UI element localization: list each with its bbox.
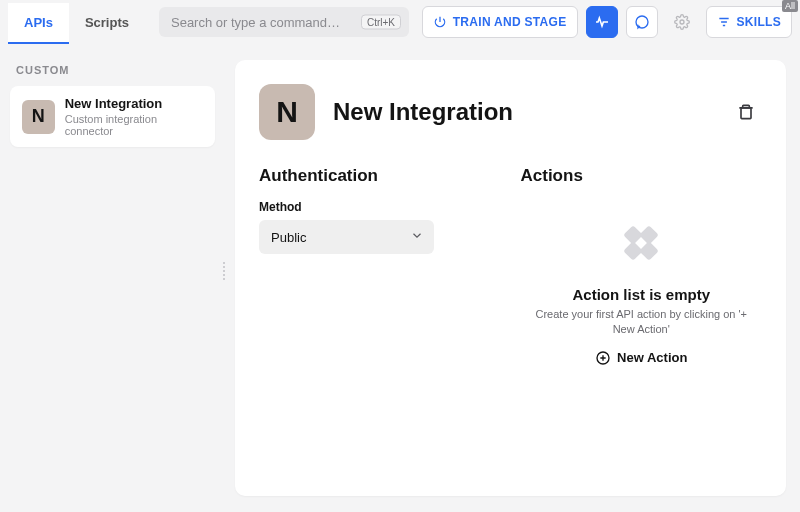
actions-empty-state: Action list is empty Create your first A…: [521, 200, 763, 366]
main: N New Integration Authentication Method …: [225, 44, 800, 512]
empty-subtitle: Create your first API action by clicking…: [527, 307, 757, 338]
new-action-label: New Action: [617, 350, 687, 365]
analytics-button[interactable]: [586, 6, 618, 38]
actions-column: Actions Action: [521, 166, 763, 366]
svg-point-7: [637, 239, 645, 247]
search-shortcut: Ctrl+K: [361, 15, 401, 30]
skills-label: SKILLS: [737, 15, 781, 29]
actions-heading: Actions: [521, 166, 763, 186]
power-icon: [433, 15, 447, 29]
body: CUSTOM N New Integration Custom integrat…: [0, 44, 800, 512]
badge-all: All: [782, 0, 798, 12]
new-action-button[interactable]: New Action: [595, 350, 687, 366]
chat-icon: [634, 14, 650, 30]
tab-apis[interactable]: APIs: [8, 3, 69, 44]
search-wrap: Ctrl+K: [159, 7, 409, 37]
page-title: New Integration: [333, 98, 513, 126]
svg-rect-2: [741, 108, 751, 119]
svg-point-1: [680, 20, 684, 24]
sidebar-item-subtitle: Custom integration connector: [65, 113, 203, 137]
panel-header: N New Integration: [259, 84, 762, 140]
sidebar-section-custom: CUSTOM: [16, 64, 209, 76]
authentication-column: Authentication Method Public: [259, 166, 501, 366]
authentication-heading: Authentication: [259, 166, 501, 186]
settings-button[interactable]: [666, 6, 698, 38]
delete-button[interactable]: [730, 96, 762, 128]
method-value: Public: [271, 230, 306, 245]
app-root: All APIs Scripts Ctrl+K TRAIN AND STAGE: [0, 0, 800, 512]
filter-icon: [717, 15, 731, 29]
chat-button[interactable]: [626, 6, 658, 38]
sidebar-item-title: New Integration: [65, 96, 203, 111]
method-select[interactable]: Public: [259, 220, 434, 254]
plus-circle-icon: [595, 350, 611, 366]
sidebar-item-new-integration[interactable]: N New Integration Custom integration con…: [10, 86, 215, 147]
train-and-stage-button[interactable]: TRAIN AND STAGE: [422, 6, 578, 38]
skills-button[interactable]: SKILLS: [706, 6, 792, 38]
top-actions: TRAIN AND STAGE SKILLS: [422, 6, 792, 38]
method-label: Method: [259, 200, 501, 214]
puzzle-icon: [606, 208, 676, 278]
train-and-stage-label: TRAIN AND STAGE: [453, 15, 567, 29]
sidebar: CUSTOM N New Integration Custom integrat…: [0, 44, 225, 512]
top-tabs: APIs Scripts: [8, 0, 145, 44]
tab-scripts[interactable]: Scripts: [69, 3, 145, 44]
chevron-down-icon: [410, 229, 424, 246]
avatar: N: [22, 100, 55, 134]
avatar: N: [259, 84, 315, 140]
integration-panel: N New Integration Authentication Method …: [235, 60, 786, 496]
empty-title: Action list is empty: [572, 286, 710, 303]
gear-icon: [674, 14, 690, 30]
trash-icon: [736, 102, 756, 122]
pulse-icon: [594, 14, 610, 30]
panel-columns: Authentication Method Public Actions: [259, 166, 762, 366]
sidebar-item-text: New Integration Custom integration conne…: [65, 96, 203, 137]
topbar: All APIs Scripts Ctrl+K TRAIN AND STAGE: [0, 0, 800, 44]
